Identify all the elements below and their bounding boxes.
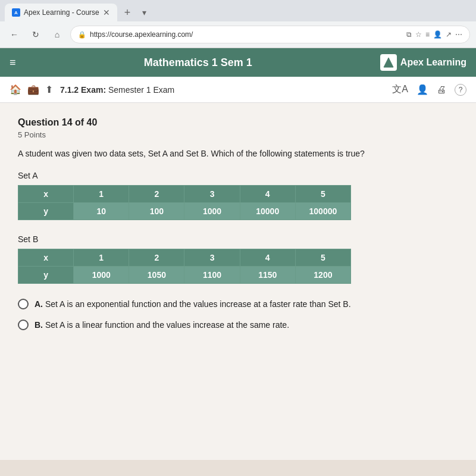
set-b-col3-header: 3 bbox=[184, 249, 240, 267]
nav-bar: ← ↻ ⌂ 🔒 https://course.apexlearning.com/… bbox=[0, 21, 476, 48]
question-text: A student was given two data sets, Set A… bbox=[18, 148, 375, 160]
answer-content-b: Set A is a linear function and the value… bbox=[45, 320, 289, 330]
question-points: 5 Points bbox=[18, 130, 458, 139]
menu-icon[interactable]: ≡ bbox=[10, 57, 16, 69]
set-a-val2: 100 bbox=[129, 203, 184, 220]
set-b-val2: 1050 bbox=[129, 267, 184, 284]
browser-chrome: A Apex Learning - Course ✕ + ▾ ← ↻ ⌂ 🔒 h… bbox=[0, 0, 476, 48]
set-a-data-row: y 10 100 1000 10000 100000 bbox=[18, 203, 351, 220]
answer-content-a: Set A is an exponential function and the… bbox=[45, 299, 351, 309]
answer-text-b: B. Set A is a linear function and the va… bbox=[35, 319, 289, 331]
set-a-y-header: y bbox=[18, 203, 74, 220]
set-a-col3-header: 3 bbox=[184, 186, 240, 203]
briefcase-icon[interactable]: 💼 bbox=[27, 84, 39, 95]
course-title: Mathematics 1 Sem 1 bbox=[144, 57, 252, 69]
help-icon[interactable]: ? bbox=[455, 84, 466, 96]
set-b-table: x 1 2 3 4 5 y 1000 1050 1100 1150 1200 bbox=[18, 249, 351, 284]
apex-logo-icon bbox=[380, 54, 397, 71]
set-b-col2-header: 2 bbox=[129, 249, 184, 267]
exam-title-area: 7.1.2 Exam: Semester 1 Exam bbox=[60, 85, 385, 95]
profile-icon[interactable]: 👤 bbox=[433, 30, 442, 39]
active-tab[interactable]: A Apex Learning - Course ✕ bbox=[5, 4, 117, 21]
set-b-y-header: y bbox=[18, 267, 74, 284]
set-b-header-row: x 1 2 3 4 5 bbox=[18, 249, 351, 267]
apex-logo: Apex Learning bbox=[380, 54, 466, 71]
set-b-data-row: y 1000 1050 1100 1150 1200 bbox=[18, 267, 351, 284]
set-b-col5-header: 5 bbox=[295, 249, 350, 267]
set-b-x-header: x bbox=[18, 249, 74, 267]
content-area: Question 14 of 40 5 Points A student was… bbox=[0, 103, 476, 460]
tab-favicon: A bbox=[12, 8, 20, 17]
set-a-col2-header: 2 bbox=[129, 186, 184, 203]
copy-icon[interactable]: ⧉ bbox=[406, 30, 412, 39]
set-a-col5-header: 5 bbox=[295, 186, 350, 203]
address-actions: ⧉ ☆ ≡ 👤 ↗ ⋯ bbox=[406, 30, 462, 39]
set-a-table: x 1 2 3 4 5 y 10 100 1000 10000 100000 bbox=[18, 185, 351, 220]
print-icon[interactable]: 🖨 bbox=[437, 84, 446, 95]
apex-header: ≡ Mathematics 1 Sem 1 Apex Learning bbox=[0, 48, 476, 77]
set-a-val3: 1000 bbox=[184, 203, 240, 220]
answer-choice-a[interactable]: A. Set A is an exponential function and … bbox=[18, 298, 458, 311]
set-a-col1-header: 1 bbox=[74, 186, 129, 203]
translate-icon[interactable]: 文A bbox=[392, 83, 408, 96]
set-b-val5: 1200 bbox=[295, 267, 350, 284]
apex-logo-svg bbox=[383, 57, 394, 68]
set-a-val5: 100000 bbox=[295, 203, 350, 220]
tab-dropdown[interactable]: ▾ bbox=[142, 8, 146, 17]
set-a-col4-header: 4 bbox=[240, 186, 295, 203]
exam-subheader: 🏠 💼 ⬆ 7.1.2 Exam: Semester 1 Exam 文A 👤 🖨… bbox=[0, 77, 476, 103]
answer-letter-a: A. bbox=[35, 299, 43, 309]
answer-section: A. Set A is an exponential function and … bbox=[18, 298, 458, 331]
share-icon[interactable]: ↗ bbox=[446, 30, 452, 39]
question-header: Question 14 of 40 bbox=[18, 117, 458, 128]
set-a-label: Set A bbox=[18, 171, 458, 180]
url-text: https://course.apexlearning.com/ bbox=[90, 30, 403, 39]
answer-choice-b[interactable]: B. Set A is a linear function and the va… bbox=[18, 319, 458, 331]
radio-b[interactable] bbox=[18, 320, 29, 330]
answer-letter-b: B. bbox=[35, 320, 43, 330]
radio-a[interactable] bbox=[18, 299, 29, 309]
speaker-icon[interactable]: 👤 bbox=[416, 84, 428, 95]
exam-keyword: Exam: bbox=[81, 85, 106, 95]
tab-title: Apex Learning - Course bbox=[24, 8, 99, 17]
more-icon[interactable]: ⋯ bbox=[455, 30, 462, 39]
home-button[interactable]: ⌂ bbox=[49, 26, 65, 43]
set-b-col1-header: 1 bbox=[74, 249, 129, 267]
set-a-header-row: x 1 2 3 4 5 bbox=[18, 186, 351, 203]
refresh-button[interactable]: ↻ bbox=[27, 26, 44, 43]
new-tab-button[interactable]: + bbox=[120, 7, 136, 19]
lock-icon: 🔒 bbox=[78, 31, 86, 39]
answer-text-a: A. Set A is an exponential function and … bbox=[35, 298, 351, 311]
back-button[interactable]: ← bbox=[6, 26, 23, 43]
set-b-val1: 1000 bbox=[74, 267, 129, 284]
back-icon: ← bbox=[10, 30, 18, 39]
set-a-x-header: x bbox=[18, 186, 74, 203]
apex-logo-text: Apex Learning bbox=[400, 57, 466, 68]
tab-close-button[interactable]: ✕ bbox=[103, 8, 110, 17]
exam-title: Semester 1 Exam bbox=[108, 85, 174, 95]
set-b-col4-header: 4 bbox=[240, 249, 295, 267]
set-b-label: Set B bbox=[18, 234, 458, 244]
bookmark-icon[interactable]: ☆ bbox=[415, 30, 422, 39]
refresh-icon: ↻ bbox=[32, 30, 39, 39]
tab-bar: A Apex Learning - Course ✕ + ▾ bbox=[0, 0, 476, 21]
exam-section: 7.1.2 bbox=[60, 85, 79, 95]
set-b-val4: 1150 bbox=[240, 267, 295, 284]
exam-nav-icons: 🏠 💼 ⬆ bbox=[10, 84, 53, 95]
home-nav-icon[interactable]: 🏠 bbox=[10, 84, 21, 95]
svg-marker-0 bbox=[384, 58, 393, 67]
home-icon: ⌂ bbox=[55, 30, 60, 39]
exam-tools: 文A 👤 🖨 ? bbox=[392, 83, 466, 96]
set-a-val4: 10000 bbox=[240, 203, 295, 220]
set-a-val1: 10 bbox=[74, 203, 129, 220]
upload-icon[interactable]: ⬆ bbox=[45, 84, 53, 95]
set-b-val3: 1100 bbox=[184, 267, 240, 284]
tune-icon[interactable]: ≡ bbox=[425, 30, 430, 39]
address-bar[interactable]: 🔒 https://course.apexlearning.com/ ⧉ ☆ ≡… bbox=[70, 26, 470, 43]
